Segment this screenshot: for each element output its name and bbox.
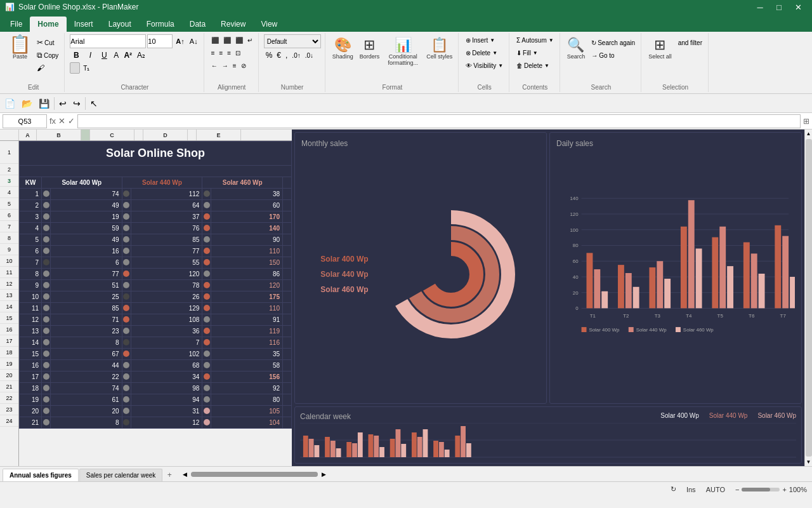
copy-icon: ⧉ — [37, 51, 43, 60]
copy-button[interactable]: ⧉Copy — [35, 50, 60, 61]
bold-button[interactable]: B — [70, 50, 82, 61]
tab-file[interactable]: File — [3, 17, 30, 32]
val-440: 34 — [131, 371, 202, 383]
subscript-button[interactable]: A₂ — [135, 50, 147, 61]
shading-button[interactable]: 🎨 Shading — [331, 34, 355, 62]
formula-confirm[interactable]: ✓ — [68, 116, 75, 126]
insert-cells-button[interactable]: ⊕ Insert ▼ — [464, 34, 497, 46]
shrink-font-button[interactable]: A↓ — [188, 36, 200, 47]
save-button[interactable]: 💾 — [37, 98, 51, 109]
vertical-scrollbar[interactable]: ▲ ▼ — [804, 130, 812, 466]
tab-review[interactable]: Review — [213, 17, 253, 32]
select-all-button[interactable]: ⊞ Select all — [646, 34, 674, 62]
refresh-icon[interactable]: ↻ — [671, 485, 676, 493]
conditional-formatting-button[interactable]: 📊 Conditional formatting... — [384, 34, 422, 69]
zoom-slider-track[interactable] — [742, 488, 780, 491]
minimize-button[interactable]: ─ — [751, 0, 769, 14]
font-size-input[interactable] — [147, 34, 173, 48]
zoom-out-btn[interactable]: − — [735, 486, 739, 493]
align-top-left-button[interactable]: ⬛ — [209, 34, 221, 46]
scroll-thumb[interactable] — [806, 139, 812, 457]
autosum-button[interactable]: Σ Autosum ▼ — [514, 34, 556, 46]
superscript-button[interactable]: A² — [122, 50, 134, 61]
cursor-button[interactable]: ↖ — [88, 98, 100, 109]
tab-home[interactable]: Home — [30, 17, 66, 32]
cell-color-button[interactable] — [70, 62, 80, 74]
wrap-button[interactable]: ↵ — [246, 34, 254, 46]
close-button[interactable]: ✕ — [789, 0, 807, 14]
italic-button[interactable]: I — [84, 50, 96, 61]
go-to-button[interactable]: → Go to — [589, 50, 637, 61]
tab-layout[interactable]: Layout — [101, 17, 139, 32]
selection-group-label: Selection — [662, 84, 688, 91]
table-row: 21812104 — [20, 417, 292, 429]
scroll-up-arrow[interactable]: ▲ — [805, 130, 812, 138]
paste-button[interactable]: 📋 Paste — [6, 34, 34, 61]
open-button[interactable]: 📂 — [20, 98, 34, 109]
formula-cancel[interactable]: ✕ — [58, 116, 65, 126]
orient-button[interactable]: ⊘ — [239, 60, 248, 71]
expand-formula-icon[interactable]: ⊞ — [803, 117, 809, 126]
kw-cell: 1 — [20, 189, 42, 200]
scroll-left-btn[interactable]: ◀ — [181, 471, 189, 478]
sheet-tab-calendar[interactable]: Sales per calendar week — [79, 469, 163, 481]
indent-decrease-button[interactable]: ← — [209, 60, 219, 71]
align-left-button[interactable]: ≡ — [209, 47, 217, 58]
cell-styles-button[interactable]: 📋 Cell styles — [424, 34, 454, 62]
svg-rect-43 — [352, 443, 357, 457]
tab-view[interactable]: View — [253, 17, 285, 32]
formula-input[interactable] — [77, 114, 801, 128]
align-center-button[interactable]: ≡ — [218, 47, 225, 58]
delete-cells-button[interactable]: ⊗ Delete ▼ — [464, 47, 499, 58]
thousands-button[interactable]: , — [284, 50, 289, 61]
search-button[interactable]: 🔍 Search — [565, 34, 587, 62]
format-painter-button[interactable]: 🖌 — [35, 62, 60, 74]
cell-reference-input[interactable] — [3, 114, 47, 128]
maximize-button[interactable]: □ — [770, 0, 788, 14]
add-sheet-button[interactable]: + — [163, 469, 176, 481]
copy-label: Copy — [44, 52, 58, 59]
tab-insert[interactable]: Insert — [67, 17, 101, 32]
val-400: 85 — [51, 303, 122, 314]
row-num-18: 18 — [0, 347, 18, 358]
font-color-button[interactable]: A — [112, 50, 121, 61]
cut-button[interactable]: ✂Cut — [35, 37, 60, 48]
font-select[interactable] — [70, 34, 146, 48]
borders-button[interactable]: ⊞ Borders — [358, 34, 382, 62]
visibility-button[interactable]: 👁 Visibility ▼ — [464, 60, 505, 71]
charts-area: Monthly sales Solar 400 Wp Solar 440 Wp … — [292, 130, 804, 466]
undo-button[interactable]: ↩ — [57, 98, 69, 109]
tab-data[interactable]: Data — [182, 17, 213, 32]
val-400: 67 — [51, 349, 122, 360]
scroll-down-arrow[interactable]: ▼ — [805, 458, 812, 466]
dec-decrease-button[interactable]: .0↓ — [303, 50, 315, 61]
dec-increase-button[interactable]: .0↑ — [290, 50, 302, 61]
ribbon-group-character: A↑ A↓ B I U A A² A₂ T₁ Character — [66, 33, 204, 92]
tab-formula[interactable]: Formula — [139, 17, 182, 32]
scroll-right-btn[interactable]: ▶ — [320, 471, 328, 478]
row-num-3: 3 — [0, 175, 18, 187]
row-num-8: 8 — [0, 232, 18, 244]
header-440: Solar 440 Wp — [122, 177, 202, 189]
percent-button[interactable]: % — [264, 50, 275, 61]
indent-increase-button[interactable]: → — [220, 60, 230, 71]
grow-font-button[interactable]: A↑ — [174, 36, 186, 47]
align-right-button[interactable]: ≡ — [225, 47, 233, 58]
merge-button[interactable]: ⊡ — [233, 47, 242, 58]
number-format-select[interactable]: Default Number Currency Percentage — [264, 34, 321, 48]
fill-button[interactable]: ⬇ Fill ▼ — [514, 47, 540, 58]
search-again-button[interactable]: ↻ Search again — [589, 37, 637, 48]
new-button[interactable]: 📄 — [3, 98, 17, 109]
underline-button[interactable]: U — [98, 50, 110, 61]
zoom-in-btn[interactable]: + — [782, 486, 786, 493]
sheet-tab-annual[interactable]: Annual sales figures — [3, 469, 79, 481]
and-filter-button[interactable]: and filter — [676, 37, 704, 48]
align-justify-button[interactable]: ≡ — [231, 60, 239, 71]
align-top-center-button[interactable]: ⬛ — [221, 34, 233, 46]
currency-button[interactable]: € — [275, 50, 283, 61]
delete-content-button[interactable]: 🗑 Delete ▼ — [514, 60, 551, 71]
redo-button[interactable]: ↪ — [71, 98, 82, 109]
align-top-right-button[interactable]: ⬛ — [233, 34, 245, 46]
h-scrollbar-track[interactable] — [191, 472, 318, 477]
t1-button[interactable]: T₁ — [81, 62, 91, 74]
